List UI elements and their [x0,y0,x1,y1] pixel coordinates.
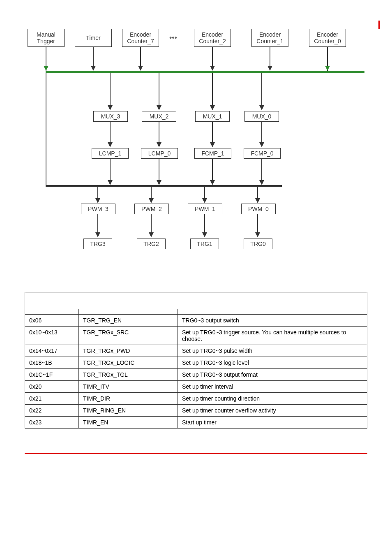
block-encoder-counter-2: Encoder Counter_2 [194,29,231,47]
cell-name: TGR_TRGx_PWD [79,345,178,357]
block-label: MUX_3 [101,113,120,120]
block-encoder-counter-0: Encoder Counter_0 [309,29,346,47]
cell-desc: TRG0~3 output switch [178,315,367,327]
cell-desc: Set up TRG0~3 logic level [178,357,367,369]
block-timer: Timer [75,29,112,47]
connector-line [93,47,94,66]
block-label: TRG2 [143,241,159,247]
cell-desc: Start up timer [178,417,367,429]
page-footer [25,453,367,457]
block-mux-2: MUX_2 [142,111,176,122]
block-label: Encoder [259,31,281,38]
cell-desc: Set up TRG0~3 pulse width [178,345,367,357]
page-content: Manual Trigger Timer Encoder Counter_7 •… [0,0,392,474]
connector-line [261,122,262,142]
arrow-down-icon [44,66,48,71]
cell-id: 0x06 [25,315,79,327]
table-row: 0x1C~1FTGR_TRGx_TGLSet up TRG0~3 output … [25,369,367,381]
block-label: Encoder [202,31,223,38]
connector-line [212,159,213,180]
table-row: 0x06TGR_TRG_ENTRG0~3 output switch [25,315,367,327]
arrow-down-icon [95,232,100,237]
arrow-down-icon [259,180,264,185]
arrow-down-icon [108,142,113,147]
arrow-down-icon [202,198,207,203]
connector-line [261,73,262,105]
block-label: Counter_7 [127,38,154,44]
block-label: Manual [37,31,55,38]
block-label: Trigger [37,38,55,44]
arrow-down-icon [255,198,260,203]
table-header-desc [178,309,367,315]
connector-line [151,187,152,198]
connector-line [159,159,159,180]
connector-line [110,122,111,142]
connector-line [204,214,205,232]
cell-id: 0x10~0x13 [25,327,79,345]
connector-line [110,159,111,180]
cell-id: 0x1C~1F [25,369,79,381]
cell-name: TGR_TRG_EN [79,315,178,327]
block-label: Encoder [317,31,338,38]
block-label: PWM_3 [88,206,108,212]
connector-line [257,214,258,232]
arrow-down-icon [210,180,215,185]
cell-desc: Set up timer counting direction [178,393,367,405]
arrow-down-icon [108,180,113,185]
cell-name: TGR_TRGx_LOGIC [79,357,178,369]
cell-desc: Set up timer interval [178,381,367,393]
table-row: 0x20TIMR_ITVSet up timer interval [25,381,367,393]
block-label: Timer [86,35,100,41]
arrow-down-icon [149,198,154,203]
cell-id: 0x21 [25,393,79,405]
table-row: 0x22TIMR_RING_ENSet up timer counter ove… [25,405,367,417]
block-mux-1: MUX_1 [195,111,230,122]
block-trg1: TRG1 [190,239,219,249]
arrow-down-icon [138,66,143,71]
block-encoder-counter-1: Encoder Counter_1 [251,29,288,47]
block-label: LCMP_1 [99,150,121,157]
block-label: Encoder [130,31,151,38]
block-label: MUX_0 [252,113,272,120]
arrow-down-icon [210,142,215,147]
block-diagram: Manual Trigger Timer Encoder Counter_7 •… [28,25,364,280]
connector-line [270,47,270,66]
arrow-down-icon [157,180,161,185]
arrow-down-icon [157,105,161,110]
connector-line [212,73,213,105]
table-row: 0x21TIMR_DIRSet up timer counting direct… [25,393,367,405]
connector-line [97,214,98,232]
ellipsis-icon: ••• [169,34,177,42]
block-label: MUX_2 [150,113,169,120]
table-row: 0x18~1BTGR_TRGx_LOGICSet up TRG0~3 logic… [25,357,367,369]
block-pwm-2: PWM_2 [134,204,169,214]
connector-line [204,187,205,198]
bus-line [46,71,364,73]
arrow-down-icon [95,198,100,203]
block-manual-trigger: Manual Trigger [28,29,65,47]
block-pwm-0: PWM_0 [241,204,276,214]
bus-line [46,185,282,187]
block-label: LCMP_0 [148,150,171,157]
connector-line [140,47,141,66]
arrow-down-icon [259,105,264,110]
block-label: Counter_0 [314,38,341,44]
arrow-down-icon [157,142,161,147]
block-trg0: TRG0 [244,239,272,249]
cell-name: TGR_TRGx_TGL [79,369,178,381]
cell-id: 0x20 [25,381,79,393]
block-label: PWM_2 [141,206,162,212]
block-label: Counter_2 [199,38,226,44]
block-label: FCMP_0 [251,150,273,157]
table-row: 0x23TIMR_ENStart up timer [25,417,367,429]
block-label: MUX_1 [203,113,222,120]
arrow-down-icon [255,232,260,237]
connector-line [97,187,98,198]
text-cursor [378,21,380,29]
block-label: FCMP_1 [201,150,224,157]
arrow-down-icon [325,66,330,71]
cell-name: TIMR_EN [79,417,178,429]
block-pwm-1: PWM_1 [188,204,222,214]
cell-name: TIMR_DIR [79,393,178,405]
arrow-down-icon [202,232,207,237]
